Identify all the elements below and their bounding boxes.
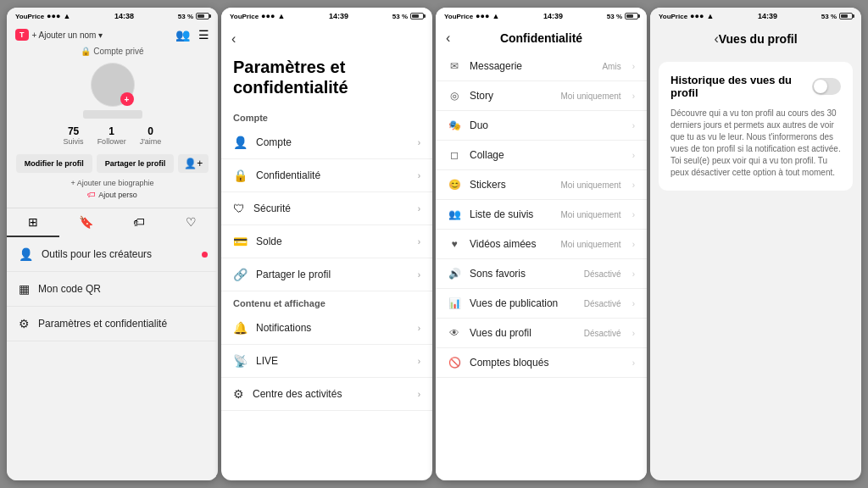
- activites-text: Centre des activités: [253, 388, 409, 400]
- liste-suivis-text: Liste de suivis: [470, 208, 553, 220]
- live-chevron: ›: [418, 357, 420, 366]
- status-bar-4: YouPrice ●●● ▲ 14:39 53 %: [650, 8, 861, 25]
- profile-views-header: ‹ Vues du profil: [650, 25, 861, 53]
- settings-share[interactable]: 🔗 Partager le profil ›: [221, 258, 432, 291]
- menu-item-qr[interactable]: ▦ Mon code QR: [7, 272, 218, 307]
- privacy-header: ‹ Confidentialité: [436, 25, 647, 52]
- screens-container: YouPrice ●●● ▲ 14:38 53 % T + Ajouter un…: [0, 0, 868, 488]
- collage-text: Collage: [470, 149, 613, 161]
- settings-solde[interactable]: 💳 Solde ›: [221, 225, 432, 258]
- tab-heart[interactable]: ♡: [165, 208, 218, 237]
- privacy-vues-profil[interactable]: 👁 Vues du profil Désactivé ›: [436, 319, 647, 348]
- add-bio[interactable]: + Ajouter une biographie: [71, 179, 154, 187]
- share-chevron: ›: [418, 270, 420, 280]
- tab-bookmark[interactable]: 🔖: [59, 208, 112, 237]
- time-3: 14:39: [543, 12, 563, 20]
- privacy-story[interactable]: ◎ Story Moi uniquement ›: [436, 81, 647, 111]
- share-profile-button[interactable]: Partager le profil: [97, 154, 175, 173]
- wifi-icon-4: ▲: [706, 12, 714, 20]
- sons-value: Désactivé: [584, 269, 621, 279]
- settings-back-header: ‹: [221, 25, 432, 53]
- activites-icon: ⚙: [233, 387, 244, 401]
- profile-tab-bar: ⊞ 🔖 🏷 ♡: [7, 208, 218, 237]
- settings-confidentialite[interactable]: 🔒 Confidentialité ›: [221, 159, 432, 192]
- section-compte-label: Compte: [221, 106, 432, 126]
- add-friend-button[interactable]: 👤+: [178, 154, 209, 173]
- privacy-collage[interactable]: ◻ Collage ›: [436, 141, 647, 170]
- privacy-duo[interactable]: 🎭 Duo ›: [436, 111, 647, 141]
- story-icon: ◎: [448, 90, 461, 102]
- carrier-3: YouPrice: [444, 13, 473, 20]
- toggle-thumb: [814, 80, 827, 93]
- stickers-value: Moi uniquement: [561, 180, 621, 190]
- messagerie-chevron: ›: [632, 62, 635, 71]
- profile-views-toggle[interactable]: [812, 78, 841, 95]
- profile-views-title: Vues du profil: [719, 32, 798, 46]
- profile-views-description: Découvre qui a vu ton profil au cours de…: [670, 108, 841, 179]
- videos-icon: ♥: [448, 238, 461, 250]
- back-arrow-2[interactable]: ‹: [231, 31, 236, 47]
- settings-activites[interactable]: ⚙ Centre des activités ›: [221, 378, 432, 411]
- back-arrow-3[interactable]: ‹: [446, 30, 450, 46]
- sons-icon: 🔊: [448, 268, 461, 280]
- liste-suivis-icon: 👥: [448, 208, 461, 220]
- status-bar-2: YouPrice ●●● ▲ 14:39 53 %: [221, 8, 432, 25]
- comptes-bloques-icon: 🚫: [448, 357, 461, 369]
- sons-chevron: ›: [632, 269, 635, 279]
- tab-tag[interactable]: 🏷: [113, 208, 165, 237]
- solde-icon: 💳: [233, 235, 248, 248]
- share-icon: 🔗: [233, 268, 248, 281]
- screen-settings: YouPrice ●●● ▲ 14:39 53 % ‹ Paramètres e…: [221, 8, 432, 480]
- privacy-liste-suivis[interactable]: 👥 Liste de suivis Moi uniquement ›: [436, 200, 647, 230]
- settings-scroll: Compte 👤 Compte › 🔒 Confidentialité › 🛡 …: [221, 106, 432, 480]
- stickers-text: Stickers: [470, 179, 553, 191]
- duo-text: Duo: [470, 119, 613, 131]
- menu-item-creators[interactable]: 👤 Outils pour les créateurs: [7, 237, 218, 272]
- vues-pub-chevron: ›: [632, 299, 635, 308]
- confidentialite-chevron: ›: [418, 171, 420, 180]
- settings-securite[interactable]: 🛡 Sécurité ›: [221, 192, 432, 225]
- privacy-scroll: ✉ Messagerie Amis › ◎ Story Moi uniqueme…: [436, 52, 647, 480]
- privacy-sons[interactable]: 🔊 Sons favoris Désactivé ›: [436, 259, 647, 289]
- compte-chevron: ›: [418, 138, 420, 147]
- privacy-videos[interactable]: ♥ Vidéos aimées Moi uniquement ›: [436, 230, 647, 259]
- qr-label: Mon code QR: [38, 283, 101, 295]
- liste-suivis-chevron: ›: [632, 210, 635, 219]
- comptes-bloques-text: Comptes bloqués: [470, 357, 613, 369]
- signal-icon-1: ●●●: [47, 12, 60, 20]
- people-icon[interactable]: 👥: [175, 28, 190, 42]
- settings-label: Paramètres et confidentialité: [38, 318, 167, 330]
- section-contenu-label: Contenu et affichage: [221, 291, 432, 312]
- action-buttons: Modifier le profil Partager le profil 👤+: [16, 154, 209, 173]
- vues-profil-value: Désactivé: [584, 329, 621, 338]
- stats-row: 75 Suivis 1 Follower 0 J'aime: [64, 125, 162, 146]
- notifications-chevron: ›: [418, 324, 420, 333]
- signal-icon-2: ●●●: [261, 12, 275, 20]
- settings-notifications[interactable]: 🔔 Notifications ›: [221, 312, 432, 345]
- menu-icon[interactable]: ☰: [198, 28, 209, 42]
- add-name-button[interactable]: + Ajouter un nom ▾: [32, 30, 103, 40]
- privacy-vues-pub[interactable]: 📊 Vues de publication Désactivé ›: [436, 289, 647, 319]
- collage-chevron: ›: [632, 151, 635, 160]
- settings-compte[interactable]: 👤 Compte ›: [221, 126, 432, 159]
- privacy-comptes-bloques[interactable]: 🚫 Comptes bloqués ›: [436, 348, 647, 378]
- privacy-stickers[interactable]: 😊 Stickers Moi uniquement ›: [436, 170, 647, 200]
- live-icon: 📡: [233, 354, 248, 368]
- tab-grid[interactable]: ⊞: [7, 208, 59, 237]
- battery-icon-2: [410, 13, 424, 19]
- vues-pub-value: Désactivé: [584, 299, 621, 308]
- qr-icon: ▦: [19, 282, 30, 296]
- messagerie-icon: ✉: [448, 60, 461, 72]
- settings-live[interactable]: 📡 LIVE ›: [221, 345, 432, 378]
- screen-profile: YouPrice ●●● ▲ 14:38 53 % T + Ajouter un…: [7, 8, 218, 480]
- videos-chevron: ›: [632, 240, 635, 249]
- edit-profile-button[interactable]: Modifier le profil: [16, 154, 92, 173]
- privacy-messagerie[interactable]: ✉ Messagerie Amis ›: [436, 52, 647, 81]
- ajout-icon: 🏷: [87, 190, 96, 199]
- avatar-add-icon[interactable]: +: [120, 92, 134, 106]
- comptes-bloques-chevron: ›: [632, 358, 635, 368]
- signal-icon-4: ●●●: [690, 12, 704, 20]
- battery-icon-3: [625, 13, 638, 19]
- menu-item-settings[interactable]: ⚙ Paramètres et confidentialité: [7, 307, 218, 341]
- vues-profil-chevron: ›: [632, 329, 635, 338]
